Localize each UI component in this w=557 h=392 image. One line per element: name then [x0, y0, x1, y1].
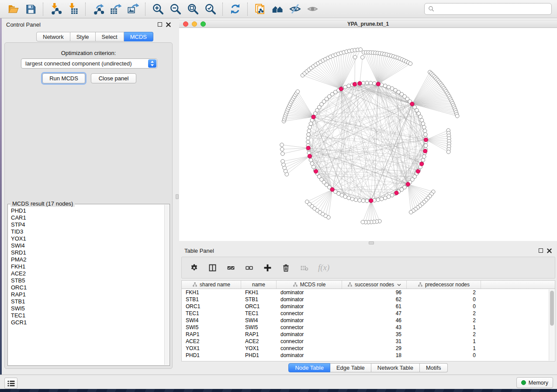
zoom-out-button[interactable]: [166, 1, 184, 17]
column-header-name[interactable]: name: [241, 281, 277, 289]
table-row-YOX1[interactable]: YOX1YOX1connector291: [182, 345, 555, 352]
tab-network[interactable]: Network: [36, 32, 70, 41]
tab-node-table[interactable]: Node Table: [288, 363, 330, 372]
mcds-graph-node[interactable]: [410, 102, 414, 106]
mcds-result-item[interactable]: ACE2: [8, 270, 164, 277]
mcds-result-item[interactable]: TEC1: [8, 312, 164, 319]
column-header-MCDS-role[interactable]: MCDS role: [277, 281, 342, 289]
tab-motifs[interactable]: Motifs: [420, 363, 448, 372]
horizontal-splitter-handle[interactable]: [369, 241, 374, 244]
mcds-graph-node[interactable]: [394, 191, 398, 195]
export-table-button[interactable]: [107, 1, 124, 17]
mcds-result-item[interactable]: YOX1: [8, 235, 164, 242]
mcds-result-item[interactable]: SWI4: [8, 242, 164, 249]
table-row-ACE2[interactable]: ACE2ACE2connector311: [182, 338, 555, 345]
mcds-graph-node[interactable]: [330, 188, 334, 192]
mcds-result-item[interactable]: GCR1: [8, 319, 164, 326]
tab-network-table[interactable]: Network Table: [371, 363, 420, 372]
import-network-button[interactable]: [47, 1, 64, 17]
close-table-panel-icon[interactable]: [547, 248, 552, 253]
mcds-result-list[interactable]: PHD1CAR1STP4TID3YOX1SWI4SRD1PMA2FKH1ACE2…: [8, 207, 164, 365]
column-header-successor-nodes[interactable]: successor nodes: [342, 281, 407, 289]
import-table-button[interactable]: [64, 1, 82, 17]
tab-mcds[interactable]: MCDS: [124, 32, 153, 41]
mcds-graph-node[interactable]: [416, 169, 420, 173]
tab-edge-table[interactable]: Edge Table: [330, 363, 371, 372]
panel-menu-button[interactable]: [4, 378, 17, 389]
vertical-splitter-handle[interactable]: [176, 194, 179, 199]
table-row-PHD1[interactable]: PHD1PHD1dominator180: [182, 352, 555, 359]
run-mcds-button[interactable]: Run MCDS: [42, 73, 85, 83]
column-layout-button[interactable]: [208, 261, 217, 274]
open-file-button[interactable]: [4, 1, 22, 17]
mcds-result-item[interactable]: SWI5: [8, 305, 164, 312]
optimization-criterion-select[interactable]: largest connected component (undirected): [21, 58, 157, 69]
mcds-graph-node[interactable]: [353, 82, 356, 86]
zoom-in-button[interactable]: [149, 1, 166, 17]
mcds-graph-node[interactable]: [308, 154, 311, 158]
mcds-result-item[interactable]: RAP1: [8, 291, 164, 298]
close-panel-button[interactable]: Close panel: [91, 73, 136, 83]
close-panel-icon[interactable]: [166, 22, 171, 27]
add-column-button[interactable]: [263, 261, 272, 274]
export-network-button[interactable]: [89, 1, 107, 17]
float-table-panel-icon[interactable]: [539, 248, 543, 253]
mcds-result-item[interactable]: FKH1: [8, 263, 164, 270]
table-settings-button[interactable]: [190, 261, 199, 274]
table-row-TEC1[interactable]: TEC1TEC1connector472: [182, 310, 555, 317]
hide-selected-button[interactable]: [286, 1, 304, 17]
mcds-result-item[interactable]: TID3: [8, 228, 164, 235]
export-image-button[interactable]: [124, 1, 142, 17]
mcds-result-item[interactable]: SRD1: [8, 249, 164, 256]
mcds-result-item[interactable]: PHD1: [8, 207, 164, 214]
show-all-button[interactable]: [304, 1, 321, 17]
table-row-SWI4[interactable]: SWI4SWI4dominator462: [182, 317, 555, 324]
mcds-graph-node[interactable]: [406, 182, 410, 186]
save-session-button[interactable]: [22, 1, 39, 17]
mcds-graph-node[interactable]: [424, 138, 428, 142]
mcds-result-item[interactable]: CAR1: [8, 214, 164, 221]
mcds-graph-node[interactable]: [420, 162, 424, 166]
new-network-from-selection-button[interactable]: [251, 1, 269, 17]
table-row-SWI5[interactable]: SWI5SWI5connector431: [182, 324, 555, 331]
table-row-RAP1[interactable]: RAP1RAP1dominator352: [182, 331, 555, 338]
network-canvas[interactable]: [179, 28, 557, 241]
select-all-button[interactable]: [226, 261, 235, 274]
mcds-graph-node[interactable]: [358, 81, 362, 85]
float-panel-icon[interactable]: [158, 22, 162, 27]
mcds-graph-node[interactable]: [339, 87, 343, 91]
mcds-graph-node[interactable]: [314, 169, 318, 173]
column-header-predecessor-nodes[interactable]: predecessor nodes: [407, 281, 481, 289]
mcds-graph-node[interactable]: [369, 199, 373, 203]
zoom-selected-button[interactable]: [201, 1, 219, 17]
search-input[interactable]: [437, 6, 548, 12]
table-row-STB1[interactable]: STB1STB1dominator620: [182, 296, 555, 303]
mcds-result-item[interactable]: STP4: [8, 221, 164, 228]
mcds-graph-node[interactable]: [311, 115, 315, 119]
mcds-result-item[interactable]: ORC1: [8, 284, 164, 291]
horizontal-splitter[interactable]: [179, 241, 557, 245]
function-builder-button[interactable]: f(x): [318, 261, 329, 274]
mcds-result-item[interactable]: STB1: [8, 298, 164, 305]
zoom-fit-button[interactable]: [184, 1, 201, 17]
table-scrollbar[interactable]: [549, 289, 554, 361]
deselect-all-button[interactable]: [245, 261, 254, 274]
tab-select[interactable]: Select: [96, 32, 124, 41]
mcds-graph-node[interactable]: [306, 146, 310, 150]
table-row-ORC1[interactable]: ORC1ORC1dominator610: [182, 303, 555, 310]
first-neighbors-button[interactable]: [269, 1, 286, 17]
mcds-graph-node[interactable]: [376, 82, 380, 86]
mcds-result-item[interactable]: STB5: [8, 277, 164, 284]
refresh-network-button[interactable]: [226, 1, 244, 17]
memory-button[interactable]: Memory: [516, 377, 553, 388]
column-header-shared-name[interactable]: shared name: [182, 281, 241, 289]
vertical-splitter[interactable]: [175, 18, 179, 375]
table-row-FKH1[interactable]: FKH1FKH1dominator962: [182, 289, 555, 296]
delete-table-button[interactable]: [300, 261, 309, 274]
tab-style[interactable]: Style: [70, 32, 96, 41]
mcds-graph-node[interactable]: [423, 149, 427, 153]
table-scrollbar-thumb[interactable]: [550, 291, 554, 326]
delete-column-button[interactable]: [281, 261, 291, 274]
mcds-list-scrollbar[interactable]: [164, 205, 169, 365]
mcds-result-item[interactable]: PMA2: [8, 256, 164, 263]
